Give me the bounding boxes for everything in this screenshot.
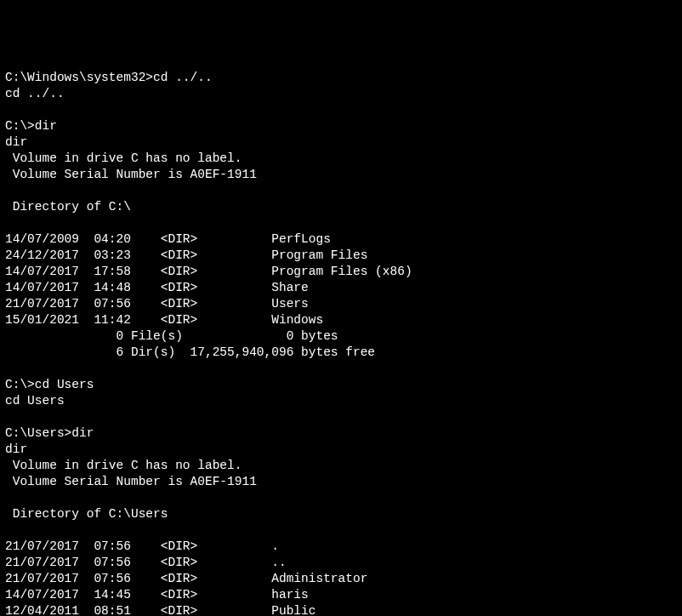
terminal-output[interactable]: C:\Windows\system32>cd ../.. cd ../.. C:… (5, 70, 677, 616)
